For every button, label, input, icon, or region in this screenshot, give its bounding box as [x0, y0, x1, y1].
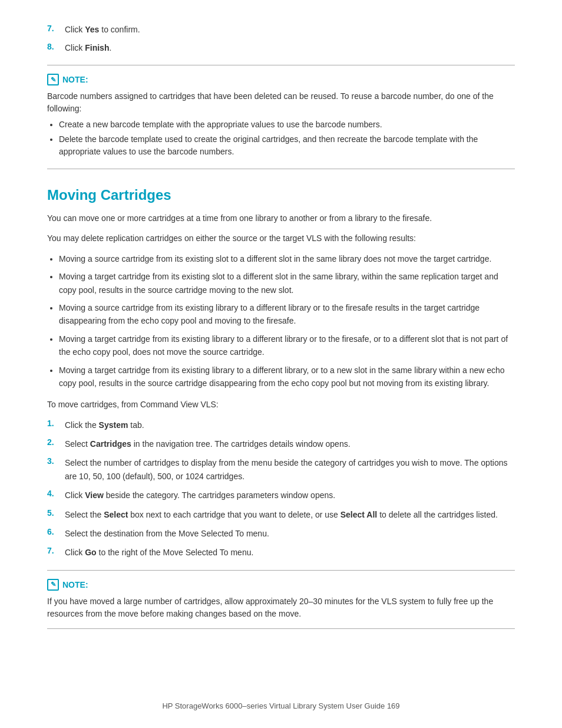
section-step-5-bold2: Select All	[340, 510, 378, 519]
note-2-text: If you have moved a large number of cart…	[47, 597, 493, 618]
note-1-content: Barcode numbers assigned to cartridges t…	[47, 90, 515, 158]
bullet-1: Moving a source cartridge from its exist…	[59, 252, 515, 265]
note-1-paragraph: Barcode numbers assigned to cartridges t…	[47, 91, 494, 113]
section-step-2-content: Select Cartridges in the navigation tree…	[65, 437, 515, 450]
note-1-icon: ✎	[47, 74, 59, 85]
step-8-suffix: .	[109, 43, 111, 52]
section-bullets: Moving a source cartridge from its exist…	[59, 252, 515, 390]
section-step-1: 1. Click the System tab.	[47, 419, 515, 431]
note-1-label: NOTE:	[62, 75, 88, 84]
page: 7. Click Yes to confirm. 8. Click Finish…	[0, 0, 562, 728]
note-2-header: ✎ NOTE:	[47, 579, 515, 591]
bullet-4: Moving a target cartridge from its exist…	[59, 332, 515, 359]
step-7-bold: Yes	[85, 25, 99, 34]
step-7-content: Click Yes to confirm.	[65, 24, 515, 36]
section-step-6-content: Select the destination from the Move Sel…	[65, 527, 515, 540]
step-7-item: 7. Click Yes to confirm.	[47, 24, 515, 36]
note-2-icon: ✎	[47, 579, 59, 591]
section-step-5: 5. Select the Select box next to each ca…	[47, 508, 515, 521]
note-2-content: If you have moved a large number of cart…	[47, 595, 515, 620]
section-step-6-num: 6.	[47, 527, 65, 536]
note-box-2: ✎ NOTE: If you have moved a large number…	[47, 570, 515, 629]
step-7-num: 7.	[47, 24, 65, 33]
section-step-3-num: 3.	[47, 456, 65, 466]
note-1-header: ✎ NOTE:	[47, 74, 515, 85]
section-intro-1: You can move one or more cartridges at a…	[47, 212, 515, 225]
step-8-item: 8. Click Finish.	[47, 42, 515, 54]
section-step-6: 6. Select the destination from the Move …	[47, 527, 515, 540]
section-step-4-content: Click View beside the category. The cart…	[65, 489, 515, 502]
section-step-2-bold: Cartridges	[90, 439, 131, 449]
section-step-1-bold: System	[99, 420, 128, 430]
section-step-7-num: 7.	[47, 546, 65, 555]
section-step-2: 2. Select Cartridges in the navigation t…	[47, 437, 515, 450]
step-8-content: Click Finish.	[65, 42, 515, 54]
section-step-3-content: Select the number of cartridges to displ…	[65, 456, 515, 483]
note-1-bullet-2: Delete the barcode template used to crea…	[59, 133, 515, 158]
note-2-label: NOTE:	[62, 580, 88, 589]
steps-intro: To move cartridges, from Command View VL…	[47, 398, 515, 411]
section-step-7-content: Click Go to the right of the Move Select…	[65, 546, 515, 559]
note-box-1: ✎ NOTE: Barcode numbers assigned to cart…	[47, 65, 515, 169]
bullet-5: Moving a target cartridge from its exist…	[59, 364, 515, 390]
section-step-5-content: Select the Select box next to each cartr…	[65, 508, 515, 521]
note-1-bullets: Create a new barcode template with the a…	[59, 118, 515, 158]
section-step-7-bold: Go	[85, 548, 96, 557]
page-footer: HP StorageWorks 6000–series Virtual Libr…	[0, 701, 562, 710]
section-step-1-content: Click the System tab.	[65, 419, 515, 431]
section-step-7: 7. Click Go to the right of the Move Sel…	[47, 546, 515, 559]
step-8-num: 8.	[47, 42, 65, 51]
step-7-suffix: to confirm.	[99, 25, 140, 34]
section-step-2-num: 2.	[47, 437, 65, 447]
section-title: Moving Cartridges	[47, 187, 515, 203]
steps-list: 1. Click the System tab. 2. Select Cartr…	[47, 419, 515, 559]
section-step-1-num: 1.	[47, 419, 65, 428]
section-intro-2: You may delete replication cartridges on…	[47, 232, 515, 245]
moving-cartridges-section: Moving Cartridges You can move one or mo…	[47, 187, 515, 559]
bullet-3: Moving a source cartridge from its exist…	[59, 301, 515, 328]
bullet-2: Moving a target cartridge from its exist…	[59, 270, 515, 297]
step-8-bold: Finish	[85, 43, 109, 52]
section-step-4: 4. Click View beside the category. The c…	[47, 489, 515, 502]
section-step-3: 3. Select the number of cartridges to di…	[47, 456, 515, 483]
section-step-4-num: 4.	[47, 489, 65, 498]
section-step-5-num: 5.	[47, 508, 65, 518]
note-1-bullet-1: Create a new barcode template with the a…	[59, 118, 515, 131]
top-steps-section: 7. Click Yes to confirm. 8. Click Finish…	[47, 24, 515, 54]
section-step-4-bold: View	[85, 490, 104, 500]
section-step-5-bold1: Select	[104, 510, 128, 519]
footer-text: HP StorageWorks 6000–series Virtual Libr…	[162, 701, 399, 710]
